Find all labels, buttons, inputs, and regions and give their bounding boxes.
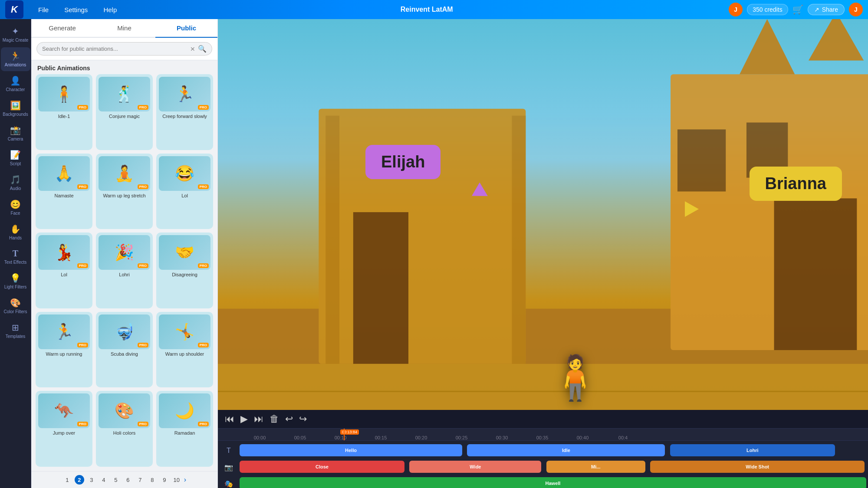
page-num-5[interactable]: 5 (111, 475, 121, 485)
share-button[interactable]: ↗ Share (808, 4, 845, 15)
ruler-time-label: 00:30 (482, 435, 522, 440)
play-button[interactable]: ▶ (240, 413, 248, 425)
animation-card[interactable]: 💃 PRO Lol (36, 233, 92, 308)
pro-badge: PRO (77, 184, 88, 189)
tab-public[interactable]: Public (155, 19, 217, 38)
pro-badge: PRO (138, 105, 148, 110)
sidebar-item-character[interactable]: 👤 Character (1, 72, 30, 96)
ruler-time-label: 00:20 (401, 435, 441, 440)
page-num-6[interactable]: 6 (123, 475, 133, 485)
animation-card[interactable]: 🧍 PRO Idle-1 (36, 74, 92, 150)
anim-thumbnail: 🤝 PRO (159, 235, 210, 270)
delete-button[interactable]: 🗑 (270, 413, 279, 425)
anim-name: Warm up running (46, 351, 82, 357)
track-icon-1[interactable]: 📷 (218, 463, 240, 472)
page-num-10[interactable]: 10 (172, 475, 181, 485)
nav-help[interactable]: Help (95, 0, 125, 19)
animations-grid: 🧍 PRO Idle-1 🕺 PRO Conjure magic 🏃 PRO C… (31, 74, 217, 471)
timeline-clip[interactable]: Hello (240, 444, 462, 456)
pagination-next[interactable]: › (184, 476, 186, 484)
sidebar-item-hands[interactable]: ✋ Hands (1, 220, 30, 244)
timeline-clip[interactable]: Wide (409, 461, 541, 473)
character-bubble-brianna: Brianna (750, 167, 842, 201)
animation-card[interactable]: 🤸 PRO Warm up shoulder (156, 312, 213, 388)
sidebar-label-magic-create: Magic Create (3, 38, 28, 43)
search-input[interactable] (42, 46, 187, 52)
page-num-2[interactable]: 2 (75, 475, 84, 485)
page-num-1[interactable]: 1 (62, 475, 72, 485)
animation-card[interactable]: 🏃 PRO Creep forward slowly (156, 74, 213, 150)
animation-card[interactable]: 🏃 PRO Warm up running (36, 312, 92, 388)
track-icon-2[interactable]: 🎭 (218, 480, 240, 488)
redo-button[interactable]: ↪ (299, 413, 307, 425)
credits-label: 350 credits (753, 6, 782, 13)
animation-card[interactable]: 🎉 PRO Lohri (96, 233, 153, 308)
search-icon[interactable]: 🔍 (198, 45, 207, 53)
sidebar-item-backgrounds[interactable]: 🖼️ Backgrounds (1, 97, 30, 121)
nav-settings[interactable]: Settings (56, 0, 95, 19)
sidebar-item-templates[interactable]: ⊞ Templates (1, 319, 30, 343)
timeline-clip[interactable]: Lohri (670, 444, 835, 456)
page-num-9[interactable]: 9 (160, 475, 169, 485)
sidebar-item-light-filters[interactable]: 💡 Light Filters (1, 269, 30, 293)
animation-card[interactable]: 🕺 PRO Conjure magic (96, 74, 153, 150)
pro-badge: PRO (77, 343, 88, 347)
animation-card[interactable]: 😂 PRO Lol (156, 154, 213, 229)
timeline-clip[interactable]: Mi... (546, 461, 645, 473)
timeline-clip[interactable]: Close (240, 461, 404, 473)
nav-file[interactable]: File (30, 0, 56, 19)
tab-mine[interactable]: Mine (93, 19, 155, 38)
timeline-clip[interactable]: Wide Shot (650, 461, 865, 473)
anim-name: Warm up leg stretch (103, 193, 145, 199)
anim-name: Lol (181, 193, 188, 199)
user-avatar-main[interactable]: J (849, 3, 863, 16)
sidebar-label-script: Script (10, 161, 21, 167)
sidebar-item-face[interactable]: 😊 Face (1, 196, 30, 219)
cart-icon[interactable]: 🛒 (792, 4, 803, 15)
sidebar-label-light-filters: Light Filters (4, 285, 27, 290)
sidebar-label-character: Character (6, 87, 25, 92)
anim-figure: 🏃 (54, 324, 74, 340)
page-num-7[interactable]: 7 (135, 475, 145, 485)
sidebar-item-animations[interactable]: 🏃 Animations (1, 47, 30, 71)
search-clear-icon[interactable]: ✕ (190, 46, 195, 52)
sidebar-item-text-effects[interactable]: T Text Effects (1, 245, 30, 269)
anim-figure: 💃 (54, 245, 74, 260)
track-icon-0[interactable]: T (218, 447, 240, 455)
animation-card[interactable]: 🧘 PRO Warm up leg stretch (96, 154, 153, 229)
pro-badge: PRO (198, 263, 209, 268)
pro-badge: PRO (138, 343, 148, 347)
anim-thumbnail: 🦘 PRO (38, 393, 90, 428)
fast-forward-button[interactable]: ⏭ (254, 413, 263, 425)
sidebar-item-camera[interactable]: 📸 Camera (1, 121, 30, 145)
timeline-clip[interactable]: Hawell (240, 477, 866, 488)
main-layout: ✦ Magic Create 🏃 Animations 👤 Character … (0, 19, 868, 488)
timeline-ruler: 00:13:84 00:0000:0500:1000:1500:2000:250… (218, 429, 868, 441)
animation-card[interactable]: 🎨 PRO Holi colors (96, 391, 153, 467)
animation-card[interactable]: 🌙 PRO Ramadan (156, 391, 213, 467)
tab-generate[interactable]: Generate (31, 19, 93, 38)
sidebar-item-audio[interactable]: 🎵 Audio (1, 171, 30, 195)
undo-button[interactable]: ↩ (285, 413, 293, 425)
user-avatar-j[interactable]: J (729, 3, 743, 16)
page-num-4[interactable]: 4 (99, 475, 108, 485)
sidebar-item-script[interactable]: 📝 Script (1, 146, 30, 170)
sidebar-item-magic-create[interactable]: ✦ Magic Create (1, 23, 30, 46)
animation-card[interactable]: 🤝 PRO Disagreeing (156, 233, 213, 308)
pagination: 12345678910› (31, 471, 217, 488)
anim-thumbnail: 🙏 PRO (38, 156, 90, 191)
timeline-clip[interactable]: Idle (467, 444, 665, 456)
animation-card[interactable]: 🤿 PRO Scuba diving (96, 312, 153, 388)
panel-tabs: Generate Mine Public (31, 19, 217, 38)
credits-button[interactable]: 350 credits (747, 4, 788, 15)
rewind-button[interactable]: ⏮ (225, 413, 234, 425)
sidebar-item-color-filters[interactable]: 🎨 Color Filters (1, 294, 30, 318)
page-num-3[interactable]: 3 (87, 475, 96, 485)
anim-name: Scuba diving (111, 351, 138, 357)
track-content-0: HelloIdleLohri (240, 443, 868, 458)
ruler-time-label: 00:35 (522, 435, 562, 440)
animation-card[interactable]: 🦘 PRO Jump over (36, 391, 92, 467)
animation-card[interactable]: 🙏 PRO Namaste (36, 154, 92, 229)
page-num-8[interactable]: 8 (148, 475, 157, 485)
pro-badge: PRO (138, 422, 148, 426)
